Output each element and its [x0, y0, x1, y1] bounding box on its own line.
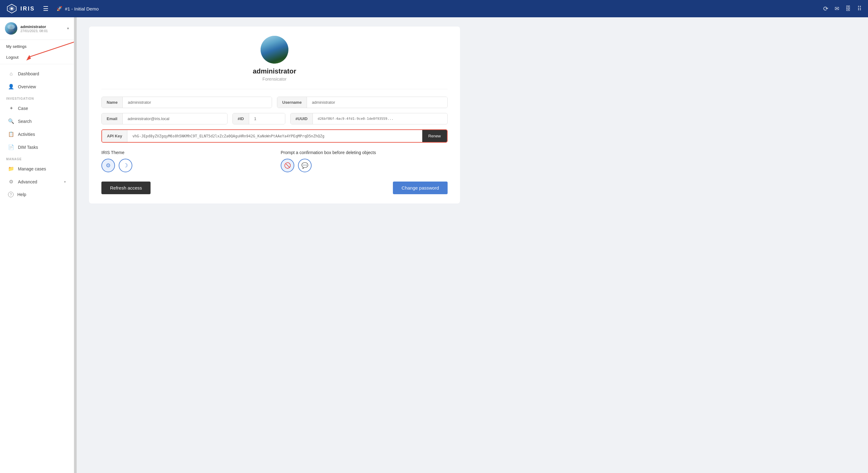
search-icon: 🔍	[8, 118, 14, 124]
help-icon: ?	[8, 192, 13, 197]
sidebar-item-manage-cases[interactable]: 📁 Manage cases	[2, 162, 72, 175]
sidebar-nav: ⌂ Dashboard 👤 Overview INVESTIGATION ✦ C…	[0, 64, 74, 204]
database-icon[interactable]: 🗄	[845, 6, 851, 12]
sidebar-item-label: Case	[18, 106, 28, 111]
sidebar-item-label: Manage cases	[18, 166, 46, 171]
dim-tasks-icon: 📄	[8, 144, 14, 150]
sidebar-item-help[interactable]: ? Help	[2, 188, 72, 201]
case-breadcrumb: 🚀 #1 - Initial Demo	[57, 6, 99, 11]
top-navigation: IRIS ☰ 🚀 #1 - Initial Demo ⟳ ✉ 🗄 ⠿	[0, 0, 868, 17]
email-id-uuid-row: Email administrator@iris.local #ID 1 #UU…	[101, 113, 447, 125]
no-icon: 🚫	[284, 162, 291, 169]
sidebar-resize-handle[interactable]	[74, 17, 77, 473]
case-icon: ✦	[8, 105, 14, 111]
case-label: #1 - Initial Demo	[65, 6, 99, 11]
email-value: administrator@iris.local	[123, 113, 227, 124]
mail-icon[interactable]: ✉	[835, 5, 839, 12]
grid-icon[interactable]: ⠿	[857, 5, 862, 12]
uuid-label: #UUID	[290, 113, 313, 124]
refresh-access-button[interactable]: Refresh access	[101, 181, 151, 194]
api-key-value: vhG-JEpd8yZVZgqyM6s0h5NKMhC9T_ELNT5d2lxZ…	[127, 130, 422, 142]
sidebar-item-label: DIM Tasks	[18, 145, 38, 150]
hamburger-menu[interactable]: ☰	[41, 3, 51, 14]
uuid-field: #UUID d26bf86f-4ac9-4fd1-9ce0-1de0f93559…	[290, 113, 447, 125]
confirmation-group: Prompt a confirmation box before deletin…	[281, 150, 447, 172]
sidebar-item-overview[interactable]: 👤 Overview	[2, 80, 72, 93]
profile-header: administrator Forensicator	[101, 36, 447, 89]
name-label: Name	[102, 97, 123, 108]
person-icon: 👤	[8, 84, 14, 90]
profile-card: administrator Forensicator Name administ…	[89, 27, 460, 203]
dark-theme-icon: ☽	[123, 162, 128, 169]
renew-button[interactable]: Renew	[422, 130, 447, 142]
username-value: administrator	[307, 97, 447, 108]
sidebar: administrator 27/01/2023, 08:01 ▾ My set…	[0, 17, 74, 473]
sidebar-item-advanced[interactable]: ⚙ Advanced ▾	[2, 175, 72, 188]
sidebar-item-label: Search	[18, 119, 32, 124]
user-date: 27/01/2023, 08:01	[21, 29, 64, 33]
topnav-actions: ⟳ ✉ 🗄 ⠿	[823, 5, 862, 12]
light-theme-button[interactable]: ⚙	[101, 159, 115, 172]
sidebar-item-label: Help	[17, 192, 26, 197]
id-label: #ID	[233, 113, 249, 124]
username-field: Username administrator	[277, 97, 447, 108]
main-content: administrator Forensicator Name administ…	[77, 17, 868, 473]
sidebar-item-dim-tasks[interactable]: 📄 DIM Tasks	[2, 141, 72, 154]
api-key-label: API Key	[102, 130, 127, 142]
no-confirm-button[interactable]: 🚫	[281, 159, 294, 172]
sidebar-item-case[interactable]: ✦ Case	[2, 102, 72, 114]
sidebar-item-search[interactable]: 🔍 Search	[2, 115, 72, 128]
sidebar-user[interactable]: administrator 27/01/2023, 08:01 ▾	[0, 17, 74, 40]
name-field: Name administrator	[101, 97, 272, 108]
profile-name: administrator	[253, 67, 297, 75]
folder-icon: 📁	[8, 166, 14, 172]
logo: IRIS	[6, 3, 35, 14]
api-key-container: API Key vhG-JEpd8yZVZgqyM6s0h5NKMhC9T_EL…	[101, 129, 447, 143]
user-name: administrator	[21, 24, 64, 29]
refresh-icon[interactable]: ⟳	[823, 5, 829, 12]
sidebar-item-label: Advanced	[18, 179, 37, 184]
user-info: administrator 27/01/2023, 08:01	[21, 24, 64, 33]
case-icon: 🚀	[57, 6, 62, 11]
activities-icon: 📋	[8, 131, 14, 137]
profile-avatar	[260, 36, 288, 64]
confirm-button[interactable]: 💬	[298, 159, 312, 172]
investigation-section-label: INVESTIGATION	[0, 93, 74, 102]
theme-buttons: ⚙ ☽	[101, 159, 268, 172]
gear-icon: ⚙	[8, 179, 14, 184]
id-field: #ID 1	[232, 113, 285, 125]
confirmation-buttons: 🚫 💬	[281, 159, 447, 172]
theme-label: IRIS Theme	[101, 150, 268, 155]
profile-role: Forensicator	[262, 76, 286, 81]
manage-section-label: MANAGE	[0, 154, 74, 162]
change-password-button[interactable]: Change password	[393, 181, 447, 194]
chat-icon: 💬	[301, 162, 308, 169]
home-icon: ⌂	[8, 71, 14, 76]
confirmation-label: Prompt a confirmation box before deletin…	[281, 150, 447, 155]
theme-group: IRIS Theme ⚙ ☽	[101, 150, 268, 172]
sidebar-item-label: Activities	[18, 132, 35, 137]
username-label: Username	[277, 97, 307, 108]
dark-theme-button[interactable]: ☽	[119, 159, 132, 172]
name-value: administrator	[123, 97, 272, 108]
email-field: Email administrator@iris.local	[101, 113, 227, 125]
uuid-value: d26bf86f-4ac9-4fd1-9ce0-1de0f93559...	[313, 113, 447, 124]
sidebar-item-dashboard[interactable]: ⌂ Dashboard	[2, 68, 72, 80]
name-username-row: Name administrator Username administrato…	[101, 97, 447, 108]
light-theme-icon: ⚙	[106, 162, 111, 169]
user-dropdown-caret[interactable]: ▾	[67, 26, 69, 31]
sidebar-item-label: Overview	[18, 84, 36, 89]
sidebar-item-activities[interactable]: 📋 Activities	[2, 128, 72, 140]
my-settings-item[interactable]: My settings	[0, 41, 74, 52]
advanced-caret: ▾	[64, 180, 66, 184]
sidebar-item-label: Dashboard	[18, 71, 39, 76]
svg-point-2	[10, 7, 13, 9]
avatar	[5, 22, 17, 35]
settings-row: IRIS Theme ⚙ ☽ Prompt a confirmation box…	[101, 150, 447, 172]
footer-row: Refresh access Change password	[101, 181, 447, 194]
id-value: 1	[249, 113, 285, 124]
logout-item[interactable]: Logout	[0, 52, 74, 63]
user-dropdown-menu: My settings Logout	[0, 40, 74, 64]
email-label: Email	[102, 113, 123, 124]
